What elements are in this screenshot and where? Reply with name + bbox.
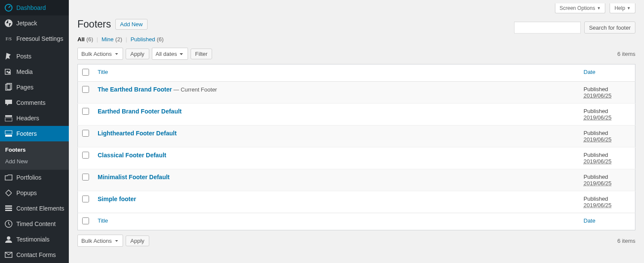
sidebar-item-label: Comments: [16, 99, 46, 106]
row-date: 2019/06/25: [584, 180, 612, 187]
search-input[interactable]: [514, 21, 581, 34]
row-status: Published: [584, 174, 631, 180]
apply-button-bottom[interactable]: Apply: [126, 235, 149, 246]
row-checkbox[interactable]: [82, 174, 89, 180]
row-checkbox[interactable]: [82, 196, 89, 202]
row-checkbox[interactable]: [82, 152, 89, 159]
filter-button[interactable]: Filter: [191, 49, 213, 59]
table-row: Classical Footer Default Published2019/0…: [78, 147, 635, 169]
sidebar-item-label: Dashboard: [16, 4, 46, 11]
sidebar-item-freesoul[interactable]: F/S Freesoul Settings: [0, 31, 69, 46]
col-date-footer[interactable]: Date: [584, 217, 595, 224]
row-status: Published: [584, 152, 631, 158]
sidebar-item-pages[interactable]: Pages: [0, 80, 69, 95]
help-tab[interactable]: Help▼: [610, 3, 635, 13]
svg-point-1: [5, 19, 12, 27]
sidebar-item-label: Popups: [16, 190, 37, 196]
filter-published[interactable]: Published: [130, 36, 155, 43]
sidebar-item-jetpack[interactable]: Jetpack: [0, 15, 69, 31]
sidebar-item-label: Media: [16, 68, 33, 75]
col-title-header[interactable]: Title: [98, 69, 108, 75]
col-date-header[interactable]: Date: [584, 69, 595, 75]
svg-rect-5: [5, 115, 12, 117]
col-title-footer[interactable]: Title: [98, 217, 108, 224]
footers-icon: [4, 129, 13, 138]
sidebar-item-posts[interactable]: Posts: [0, 49, 69, 64]
table-row: The Earthed Brand Footer — Current Foote…: [78, 82, 635, 104]
page-title: Footers: [77, 18, 111, 30]
row-title-link[interactable]: Earthed Brand Footer Default: [98, 108, 182, 115]
sidebar-item-label: Contact Forms: [16, 251, 56, 258]
admin-sidebar: Dashboard Jetpack F/S Freesoul Settings …: [0, 0, 69, 263]
row-title-link[interactable]: Minimalist Footer Default: [98, 174, 169, 180]
sidebar-item-comments[interactable]: Comments: [0, 95, 69, 110]
screen-options-label: Screen Options: [560, 5, 595, 11]
table-row: Minimalist Footer Default Published2019/…: [78, 169, 635, 191]
sidebar-item-media[interactable]: Media: [0, 64, 69, 80]
submenu-add-new[interactable]: Add New: [0, 156, 69, 167]
table-row: Lighthearted Footer Default Published201…: [78, 125, 635, 147]
row-checkbox[interactable]: [82, 130, 89, 137]
filter-all-count: (6): [86, 36, 93, 43]
headers-icon: [4, 114, 13, 122]
select-all-checkbox[interactable]: [82, 69, 89, 76]
portfolio-icon: [4, 173, 13, 182]
chevron-down-icon: ▼: [597, 6, 601, 10]
clock-icon: [4, 220, 13, 228]
filter-mine[interactable]: Mine: [102, 36, 114, 43]
content-icon: [4, 204, 13, 213]
svg-rect-7: [5, 131, 12, 134]
status-filters: All (6) | Mine (2) | Published (6): [77, 36, 635, 43]
svg-rect-8: [5, 135, 12, 137]
filter-all[interactable]: All: [77, 36, 85, 43]
mail-icon: [4, 251, 13, 259]
row-title-link[interactable]: Lighthearted Footer Default: [98, 130, 177, 137]
row-title-link[interactable]: Classical Footer Default: [98, 152, 166, 159]
sidebar-item-content-elements[interactable]: Content Elements: [0, 201, 69, 216]
row-title-link[interactable]: The Earthed Brand Footer: [98, 86, 172, 93]
row-date: 2019/06/25: [584, 202, 612, 208]
sidebar-item-footers[interactable]: Footers: [0, 126, 69, 141]
row-status: Published: [584, 108, 631, 114]
bulk-actions-select-bottom[interactable]: Bulk Actions: [77, 235, 123, 247]
bulk-actions-select[interactable]: Bulk Actions: [77, 48, 123, 60]
submenu-footers[interactable]: Footers: [0, 144, 69, 156]
sidebar-item-contact-forms[interactable]: Contact Forms: [0, 247, 69, 263]
row-title-link[interactable]: Simple footer: [98, 196, 136, 202]
svg-rect-6: [5, 118, 12, 121]
dashboard-icon: [4, 3, 13, 12]
testimonials-icon: [4, 235, 13, 244]
sidebar-item-label: Jetpack: [16, 20, 37, 27]
footers-table: Title Date The Earthed Brand Footer — Cu…: [77, 64, 635, 230]
svg-rect-10: [5, 208, 12, 209]
row-date: 2019/06/25: [584, 92, 612, 99]
sidebar-item-portfolios[interactable]: Portfolios: [0, 170, 69, 185]
jetpack-icon: [4, 19, 13, 28]
select-all-checkbox-footer[interactable]: [82, 217, 89, 224]
sidebar-item-label: Freesoul Settings: [16, 35, 63, 42]
row-checkbox[interactable]: [82, 108, 89, 115]
row-title-suffix: — Current Footer: [172, 86, 217, 93]
filter-published-count: (6): [157, 36, 163, 43]
date-filter-select[interactable]: All dates: [152, 48, 188, 60]
filter-mine-count: (2): [115, 36, 122, 43]
sidebar-item-timed-content[interactable]: Timed Content: [0, 216, 69, 232]
sidebar-item-headers[interactable]: Headers: [0, 110, 69, 126]
add-new-button[interactable]: Add New: [115, 19, 148, 30]
items-count: 6 items: [617, 51, 635, 57]
row-date: 2019/06/25: [584, 158, 612, 165]
sidebar-item-label: Portfolios: [16, 174, 41, 181]
sidebar-item-dashboard[interactable]: Dashboard: [0, 0, 69, 15]
table-row: Simple footer Published2019/06/25: [78, 191, 635, 213]
sidebar-item-testimonials[interactable]: Testimonials: [0, 232, 69, 247]
sidebar-item-popups[interactable]: Popups: [0, 185, 69, 201]
popups-icon: [4, 189, 13, 197]
apply-button[interactable]: Apply: [126, 49, 149, 59]
screen-options-tab[interactable]: Screen Options▼: [555, 3, 606, 13]
sidebar-item-label: Headers: [16, 115, 39, 122]
search-button[interactable]: Search for footer: [584, 21, 635, 34]
help-label: Help: [614, 5, 625, 11]
row-date: 2019/06/25: [584, 114, 612, 121]
main-content: Screen Options▼ Help▼ Footers Add New Se…: [69, 0, 644, 263]
row-checkbox[interactable]: [82, 86, 89, 93]
